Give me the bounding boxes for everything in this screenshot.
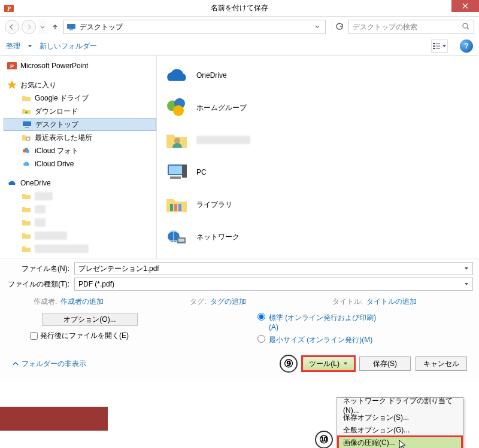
content-item-pc[interactable]: PC [164, 156, 475, 188]
content-item-label: ライブラリ [196, 200, 232, 210]
sidebar-item-onedrive-folder[interactable]: xxxxxxxxxxxxxxx [4, 242, 156, 255]
sidebar-item-recent[interactable]: 最近表示した場所 [4, 131, 156, 144]
sidebar-item-googledrive[interactable]: Google ドライブ [4, 92, 156, 105]
sidebar-item-label: xxx [35, 205, 46, 214]
sidebar-item-label: xxxxxxxxx [35, 231, 67, 240]
svg-rect-3 [69, 29, 73, 31]
hide-folders-button[interactable]: フォルダーの非表示 [12, 359, 86, 369]
forward-button[interactable] [22, 20, 36, 34]
sidebar-item-onedrive-folder[interactable]: xxxxx [4, 190, 156, 203]
onedrive-icon [164, 63, 189, 88]
sidebar-item-label: お気に入り [20, 80, 56, 90]
content-item-label: xxxxxxxx [196, 136, 250, 144]
optimize-standard-radio[interactable] [257, 313, 265, 321]
filetype-select[interactable]: PDF (*.pdf) [74, 278, 473, 291]
title-link[interactable]: タイトルの追加 [366, 297, 417, 307]
desktop-icon [22, 120, 32, 129]
content-item-network[interactable]: ネットワーク [164, 221, 475, 253]
svg-point-18 [26, 150, 29, 153]
chevron-up-icon [12, 360, 19, 367]
new-folder-button[interactable]: 新しいフォルダー [40, 41, 97, 51]
filename-input[interactable]: プレゼンテーション1.pdf [74, 262, 473, 275]
sidebar-item-onedrive[interactable]: OneDrive [4, 176, 156, 190]
sidebar-item-label: デスクトップ [35, 120, 78, 130]
view-options-button[interactable] [431, 39, 448, 53]
sidebar-item-label: Google ドライブ [35, 93, 89, 103]
sidebar-item-downloads[interactable]: ダウンロード [4, 105, 156, 118]
tag-label: タグ: [190, 297, 206, 307]
sidebar-item-onedrive-folder[interactable]: xxx [4, 203, 156, 216]
refresh-button[interactable] [332, 20, 346, 34]
svg-rect-10 [436, 48, 440, 49]
sidebar-item-desktop[interactable]: デスクトップ [4, 118, 156, 131]
callout-9: ⑨ [280, 355, 298, 373]
sidebar-item-icloud-photo[interactable]: iCloud フォト [4, 144, 156, 157]
sidebar-item-icloud-drive[interactable]: iCloud Drive [4, 157, 156, 170]
tools-button-label: ツール(L) [309, 359, 339, 369]
svg-point-15 [26, 137, 30, 141]
menu-item-label: 画像の圧縮(C)... [343, 438, 395, 448]
filename-dropdown-icon[interactable] [462, 264, 471, 273]
sidebar-item-label: iCloud Drive [35, 160, 74, 168]
content-item-homegroup[interactable]: ホームグループ [164, 92, 475, 124]
sidebar-item-onedrive-folder[interactable]: xxxxxxxxx [4, 229, 156, 242]
tools-menu: ネットワーク ドライブの割り当て(N)... 保存オプション(S)... 全般オ… [336, 397, 463, 448]
search-icon [462, 22, 470, 32]
save-button[interactable]: 保存(S) [359, 356, 411, 371]
recent-locations-button[interactable] [38, 20, 47, 34]
author-label: 作成者: [34, 297, 57, 307]
tag-link[interactable]: タグの追加 [210, 297, 246, 307]
save-button-label: 保存(S) [373, 359, 397, 369]
svg-rect-32 [178, 239, 184, 242]
sidebar-item-powerpoint[interactable]: P Microsoft PowerPoint [4, 59, 156, 72]
address-text: デスクトップ [80, 22, 123, 32]
options-button[interactable]: オプション(O)... [42, 313, 138, 326]
sidebar-item-favorites[interactable]: お気に入り [4, 78, 156, 92]
user-folder-icon [164, 127, 189, 153]
tools-button[interactable]: ツール(L) [302, 356, 354, 371]
search-input[interactable]: デスクトップの検索 [348, 20, 474, 34]
content-item-user[interactable]: xxxxxxxx [164, 124, 475, 156]
app-window-strip [0, 407, 108, 431]
open-after-checkbox[interactable] [30, 332, 38, 340]
svg-rect-5 [433, 43, 435, 44]
sidebar-item-onedrive-folder[interactable]: xxx [4, 216, 156, 229]
organize-dropdown-icon[interactable] [28, 42, 32, 50]
sidebar-item-label: ダウンロード [35, 106, 78, 117]
menu-item-label: 保存オプション(S)... [343, 413, 409, 423]
folder-icon [22, 106, 31, 116]
optimize-minimum-label: 最小サイズ (オンライン発行)(M) [269, 335, 372, 345]
cancel-button[interactable]: キャンセル [416, 356, 467, 371]
navigation-tree: P Microsoft PowerPoint お気に入り Google ドライブ… [0, 56, 157, 258]
back-button[interactable] [5, 20, 19, 34]
organize-button[interactable]: 整理 [6, 41, 20, 51]
sidebar-item-label: 最近表示した場所 [35, 133, 92, 143]
up-button[interactable] [49, 21, 61, 33]
svg-rect-24 [169, 166, 182, 174]
svg-rect-29 [178, 204, 181, 211]
optimize-minimum-radio[interactable] [257, 335, 265, 343]
menu-item-compress-pictures[interactable]: 画像の圧縮(C)... [338, 437, 462, 448]
content-item-label: OneDrive [196, 71, 227, 80]
svg-rect-28 [174, 204, 177, 211]
filetype-dropdown-icon[interactable] [462, 279, 471, 289]
help-button[interactable]: ? [460, 39, 473, 53]
address-bar[interactable]: デスクトップ [63, 20, 326, 34]
svg-rect-26 [170, 176, 181, 179]
menu-item-map-drive[interactable]: ネットワーク ドライブの割り当て(N)... [338, 399, 462, 412]
content-item-onedrive[interactable]: OneDrive [164, 59, 475, 92]
address-dropdown-icon[interactable] [312, 23, 323, 31]
svg-rect-8 [436, 45, 440, 47]
menu-item-general-options[interactable]: 全般オプション(G)... [338, 424, 462, 437]
svg-rect-25 [182, 164, 187, 178]
window-title: 名前を付けて保存 [0, 3, 479, 13]
svg-rect-9 [433, 48, 435, 49]
author-link[interactable]: 作成者の追加 [60, 297, 104, 307]
menu-item-label: ネットワーク ドライブの割り当て(N)... [343, 396, 457, 415]
svg-rect-7 [433, 45, 435, 47]
content-item-label: PC [196, 168, 207, 176]
folder-icon [22, 191, 31, 201]
close-button[interactable] [451, 0, 479, 12]
content-item-label: ネットワーク [196, 232, 240, 242]
content-item-libraries[interactable]: ライブラリ [164, 188, 475, 221]
